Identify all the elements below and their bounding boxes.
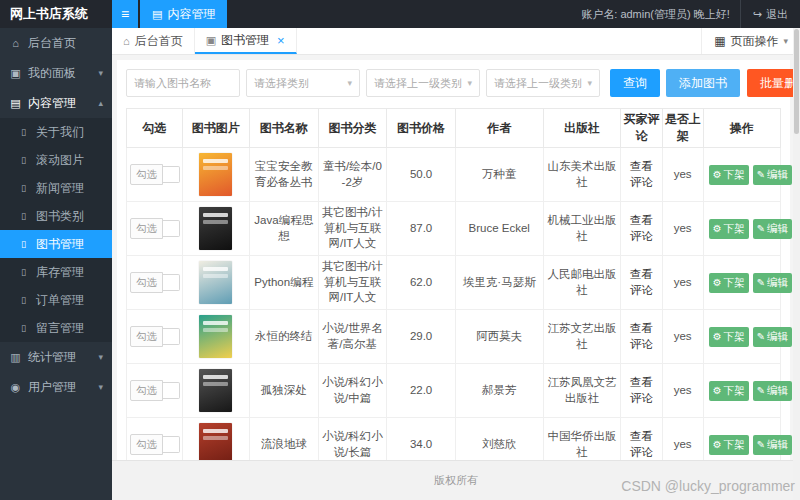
parent-category-select-1[interactable]: 请选择上一级类别 ▾ (366, 69, 480, 97)
cover-detail (203, 213, 228, 217)
category-select[interactable]: 请选择类别 ▾ (246, 69, 360, 97)
sidebar-item-book-management[interactable]: ▯ 图书管理 (0, 230, 112, 258)
sidebar-item-my-panel[interactable]: ▣ 我的面板 ▾ (0, 58, 112, 88)
document-icon: ▯ (17, 239, 30, 249)
hamburger-menu-icon[interactable]: ≡ (112, 0, 138, 28)
off-shelf-button[interactable]: ⚙下架 (709, 327, 749, 347)
row-checkbox[interactable]: 勾选 (130, 326, 180, 346)
tab-label: 图书管理 (221, 32, 269, 49)
checkbox-box (163, 382, 180, 399)
book-price: 62.0 (387, 256, 456, 310)
content-icon: ▤ (152, 8, 162, 21)
book-author: Bruce Eckel (455, 202, 543, 256)
review-cell: 查看评论 (621, 202, 662, 256)
book-price: 29.0 (387, 310, 456, 364)
row-checkbox[interactable]: 勾选 (130, 434, 180, 454)
view-reviews-link[interactable]: 查看评论 (630, 322, 653, 350)
edit-button[interactable]: ✎编辑 (753, 219, 792, 239)
sidebar-item-users[interactable]: ◉ 用户管理 ▾ (0, 372, 112, 402)
edit-button[interactable]: ✎编辑 (753, 327, 792, 347)
book-author: 阿西莫夫 (455, 310, 543, 364)
book-name: Java编程思想 (249, 202, 318, 256)
topnav-content-management[interactable]: ▤ 内容管理 (140, 0, 227, 28)
folder-icon: ▤ (9, 97, 22, 110)
topbar-right: 账户名: admin(管理员) 晚上好! ↪ 退出 (571, 0, 800, 28)
edit-button[interactable]: ✎编辑 (753, 165, 792, 185)
sidebar-item-orders[interactable]: ▯ 订单管理 (0, 286, 112, 314)
search-button[interactable]: 查询 (610, 69, 660, 97)
page-operations-dropdown[interactable]: ▦ 页面操作 ▾ (701, 28, 800, 54)
checkbox-box (163, 328, 180, 345)
document-icon: ▯ (17, 127, 30, 137)
row-checkbox[interactable]: 勾选 (130, 380, 180, 400)
cover-detail (203, 321, 228, 325)
sidebar-submenu: ▯ 关于我们 ▯ 滚动图片 ▯ 新闻管理 ▯ 图书类别 ▯ 图书管理 ▯ 库存管… (0, 118, 112, 342)
off-shelf-button[interactable]: ⚙下架 (709, 165, 749, 185)
off-shelf-button[interactable]: ⚙下架 (709, 435, 749, 455)
edit-icon: ✎ (757, 439, 765, 450)
edit-button[interactable]: ✎编辑 (753, 273, 792, 293)
sidebar-item-content-management[interactable]: ▤ 内容管理 ▴ (0, 88, 112, 118)
off-shelf-button[interactable]: ⚙下架 (709, 381, 749, 401)
watermark-text: CSDN @lucky_programmer (621, 478, 795, 494)
vertical-scrollbar[interactable] (793, 28, 800, 500)
book-publisher: 江苏文艺出版社 (543, 310, 621, 364)
off-shelf-button[interactable]: ⚙下架 (709, 219, 749, 239)
off-shelf-button[interactable]: ⚙下架 (709, 273, 749, 293)
on-shelf-status: yes (662, 256, 703, 310)
logout-button[interactable]: ↪ 退出 (741, 7, 800, 22)
sidebar-item-news[interactable]: ▯ 新闻管理 (0, 174, 112, 202)
category-select-value: 请选择类别 (254, 76, 309, 91)
book-name-input[interactable] (126, 69, 240, 97)
book-category: 童书/绘本/0-2岁 (318, 148, 387, 202)
checkbox-label: 勾选 (130, 434, 163, 454)
row-checkbox[interactable]: 勾选 (130, 164, 180, 184)
sidebar-item-statistics[interactable]: ▥ 统计管理 ▾ (0, 342, 112, 372)
header-publisher: 出版社 (543, 109, 621, 148)
document-icon: ▯ (17, 267, 30, 277)
parent-category-select-2[interactable]: 请选择上一级类别 ▾ (486, 69, 600, 97)
cover-cell (182, 202, 249, 256)
tab-book-management[interactable]: ▣ 图书管理 × (195, 28, 297, 54)
sidebar-item-inventory[interactable]: ▯ 库存管理 (0, 258, 112, 286)
chevron-down-icon: ▾ (783, 36, 788, 46)
gear-icon: ⚙ (713, 223, 722, 234)
view-reviews-link[interactable]: 查看评论 (630, 376, 653, 404)
sidebar-item-label: 图书类别 (36, 208, 84, 225)
checkbox-label: 勾选 (130, 380, 163, 400)
sidebar-item-about-us[interactable]: ▯ 关于我们 (0, 118, 112, 146)
sidebar-item-messages[interactable]: ▯ 留言管理 (0, 314, 112, 342)
edit-button[interactable]: ✎编辑 (753, 381, 792, 401)
view-reviews-link[interactable]: 查看评论 (630, 268, 653, 296)
edit-icon: ✎ (757, 331, 765, 342)
actions-cell: ⚙下架✎编辑 (703, 148, 780, 202)
table-row: 勾选Java编程思想其它图书/计算机与互联网/IT人文87.0Bruce Eck… (127, 202, 781, 256)
sidebar-item-carousel[interactable]: ▯ 滚动图片 (0, 146, 112, 174)
scrollbar-thumb[interactable] (794, 29, 799, 134)
view-reviews-link[interactable]: 查看评论 (630, 214, 653, 242)
sidebar-item-label: 后台首页 (28, 35, 76, 52)
checkbox-box (163, 166, 180, 183)
review-cell: 查看评论 (621, 148, 662, 202)
sidebar-item-home[interactable]: ⌂ 后台首页 (0, 28, 112, 58)
add-book-button[interactable]: 添加图书 (666, 69, 740, 97)
tab-home[interactable]: ⌂ 后台首页 (112, 28, 195, 54)
tab-bar: ⌂ 后台首页 ▣ 图书管理 × ▦ 页面操作 ▾ (112, 28, 800, 55)
cover-cell (182, 256, 249, 310)
row-checkbox[interactable]: 勾选 (130, 272, 180, 292)
off-shelf-label: 下架 (724, 330, 745, 344)
book-category: 其它图书/计算机与互联网/IT人文 (318, 202, 387, 256)
edit-button[interactable]: ✎编辑 (753, 435, 792, 455)
tab-close-icon[interactable]: × (277, 33, 285, 48)
check-cell: 勾选 (127, 256, 183, 310)
document-icon: ▯ (17, 211, 30, 221)
view-reviews-link[interactable]: 查看评论 (630, 160, 653, 188)
sidebar-item-book-category[interactable]: ▯ 图书类别 (0, 202, 112, 230)
edit-icon: ✎ (757, 223, 765, 234)
row-checkbox[interactable]: 勾选 (130, 218, 180, 238)
sidebar-item-label: 留言管理 (36, 320, 84, 337)
main-area: ⌂ 后台首页 ▣ 图书管理 × ▦ 页面操作 ▾ 请选择类别 ▾ 请选择上一级类… (112, 28, 800, 500)
view-reviews-link[interactable]: 查看评论 (630, 430, 653, 458)
sidebar-item-label: 新闻管理 (36, 180, 84, 197)
edit-label: 编辑 (767, 438, 788, 452)
